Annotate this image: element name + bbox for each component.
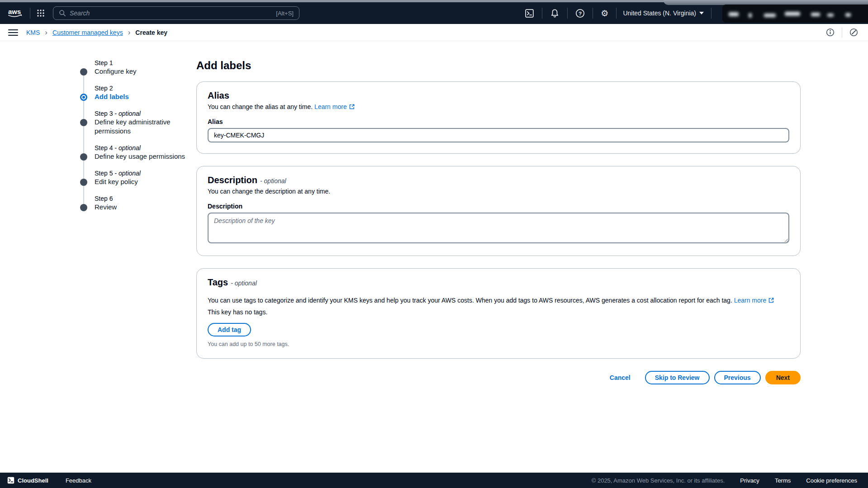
step-circle [80,119,87,126]
description-card: Description- optional You can change the… [196,166,801,256]
divider [842,28,842,38]
alias-learn-more-link[interactable]: Learn more [314,103,355,110]
description-field-label: Description [208,203,789,210]
region-label: United States (N. Virginia) [623,9,696,17]
add-tag-button[interactable]: Add tag [208,323,251,336]
tags-card-title: Tags [208,277,228,287]
step-number: Step 2 [95,84,193,92]
notifications-bell-icon[interactable] [542,6,567,20]
footer-copyright: © 2025, Amazon Web Services, Inc. or its… [592,477,725,484]
footer-cookie-preferences-link[interactable]: Cookie preferences [806,477,857,484]
tags-description-text: You can use tags to categorize and ident… [208,296,789,305]
breadcrumb-right-icons [825,27,859,38]
breadcrumb-current-page: Create key [135,29,167,36]
tags-empty-state-text: This key has no tags. [208,308,789,316]
breadcrumb-separator-icon [128,28,131,36]
external-link-icon [349,104,355,110]
breadcrumb-bar: KMS Customer managed keys Create key [0,24,868,41]
footer-right-group: © 2025, Amazon Web Services, Inc. or its… [592,477,857,484]
tags-card: Tags- optional You can use tags to categ… [196,268,801,359]
footer-cloudshell-label: CloudShell [18,477,48,484]
account-menu-redacted[interactable] [722,5,868,23]
search-shortcut-hint: [Alt+S] [276,10,294,17]
step-item-define-key-usage-permissions: Step 4 - optional Define key usage permi… [80,144,193,161]
status-slash-circle-icon[interactable] [849,27,859,38]
alias-card-title: Alias [208,90,229,100]
redacted-text [827,14,834,17]
previous-button[interactable]: Previous [714,371,761,384]
tags-learn-more-link[interactable]: Learn more [734,297,775,304]
step-link[interactable]: Define key administrative permissions [95,118,190,136]
step-number: Step 1 [95,59,193,67]
external-link-icon [768,297,774,303]
wizard-actions: Cancel Skip to Review Previous Next [196,371,801,384]
step-item-review: Step 6 Review [80,194,193,212]
step-circle-current [80,94,87,101]
step-number: Step 4 - optional [95,144,193,152]
tags-limit-text: You can add up to 50 more tags. [208,341,789,347]
page-content: Step 1 Configure key Step 2 Add labels S… [0,41,868,473]
breadcrumb-customer-managed-keys-link[interactable]: Customer managed keys [52,29,123,36]
breadcrumb-kms-link[interactable]: KMS [26,29,40,36]
redacted-text [811,13,820,16]
alias-field-label: Alias [208,118,789,125]
page-title: Add labels [196,59,801,72]
info-icon[interactable] [825,27,835,38]
step-item-add-labels: Step 2 Add labels [80,84,193,101]
alias-input[interactable] [208,128,789,142]
search-input[interactable] [70,9,272,17]
cloudshell-terminal-icon [7,477,14,484]
step-item-configure-key: Step 1 Configure key [80,59,193,76]
step-circle [80,68,87,76]
step-link[interactable]: Review [95,203,190,212]
cloudshell-terminal-icon[interactable] [517,6,542,20]
search-input-container[interactable]: [Alt+S] [53,6,299,20]
aws-logo[interactable]: aws [7,8,24,19]
skip-to-review-button[interactable]: Skip to Review [645,371,710,384]
wizard-main-column: Add labels Alias You can change the alia… [196,59,801,384]
step-number: Step 6 [95,194,193,203]
svg-text:?: ? [579,10,582,16]
cancel-button[interactable]: Cancel [610,374,631,381]
step-link[interactable]: Add labels [95,92,190,101]
step-link[interactable]: Edit key policy [95,177,190,186]
next-button[interactable]: Next [765,371,801,384]
description-card-subtitle: You can change the description at any ti… [208,188,789,195]
redacted-text [785,12,800,16]
footer-feedback-button[interactable]: Feedback [66,477,91,484]
console-footer: CloudShell Feedback © 2025, Amazon Web S… [0,473,868,488]
footer-privacy-link[interactable]: Privacy [740,477,759,484]
optional-suffix: - optional [260,177,286,185]
apps-grid-icon[interactable] [30,9,51,17]
help-icon[interactable]: ? [568,6,593,20]
alias-card-subtitle: You can change the alias at any time. Le… [208,103,789,110]
region-selector[interactable]: United States (N. Virginia) [617,9,711,17]
step-circle [80,179,87,186]
svg-text:aws: aws [8,8,21,15]
settings-gear-icon[interactable]: ⚙ [593,6,616,20]
step-number: Step 5 - optional [95,169,193,177]
breadcrumb-separator-icon [45,28,47,36]
footer-cloudshell-button[interactable]: CloudShell [7,477,48,484]
chevron-down-icon [699,12,704,14]
search-icon [59,9,66,17]
step-link[interactable]: Configure key [95,67,190,76]
footer-terms-link[interactable]: Terms [775,477,791,484]
side-menu-hamburger-icon[interactable] [8,29,18,36]
step-link[interactable]: Define key usage permissions [95,152,190,161]
redacted-text [749,13,752,18]
step-item-edit-key-policy: Step 5 - optional Edit key policy [80,169,193,186]
step-number: Step 3 - optional [95,109,193,118]
redacted-text [845,13,851,17]
redacted-text [729,12,739,16]
topbar-divider [711,8,711,19]
step-circle [80,153,87,161]
alias-card: Alias You can change the alias at any ti… [196,81,801,154]
topbar-right-group: ? ⚙ United States (N. Virginia) [517,6,711,20]
redacted-text [764,14,776,17]
step-circle [80,204,87,211]
optional-suffix: - optional [231,280,257,287]
description-card-title: Description [208,175,257,185]
description-textarea[interactable] [208,213,789,243]
step-item-define-key-administrative-permissions: Step 3 - optional Define key administrat… [80,109,193,136]
